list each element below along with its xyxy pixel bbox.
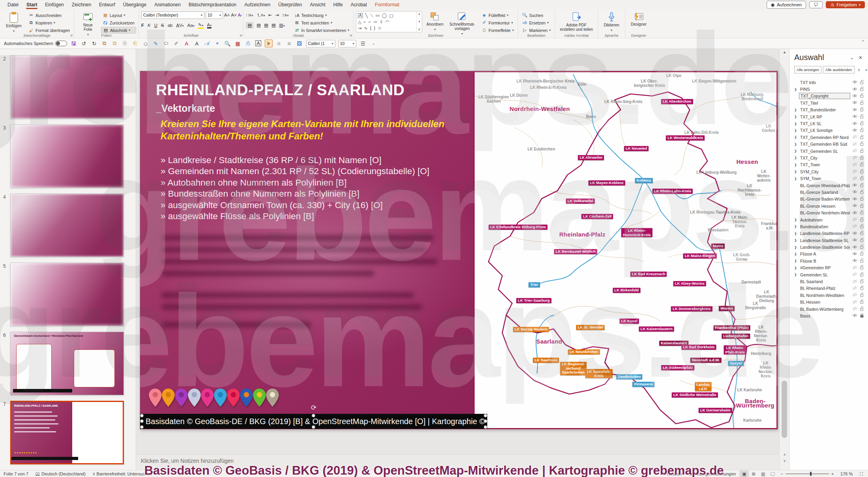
- search-icon[interactable]: 🔍: [224, 39, 232, 47]
- ungroup-icon[interactable]: ⧇: [285, 39, 293, 47]
- save-icon[interactable]: 🖫: [70, 39, 78, 47]
- adobe-pdf-button[interactable]: Adobe PDF erstellen und teilen: [557, 11, 595, 32]
- selection-handle-1[interactable]: [140, 414, 144, 417]
- visibility-icon[interactable]: [852, 94, 857, 99]
- unlock-icon[interactable]: [860, 258, 864, 264]
- unlock-icon[interactable]: [860, 285, 864, 291]
- font-name-combo[interactable]: Calibri (Textkörper)▾: [141, 11, 204, 19]
- slide-title[interactable]: RHEINLAND-PFALZ / SAARLAND: [156, 81, 404, 99]
- unlock-icon[interactable]: [860, 265, 864, 270]
- menu-tab-acrobat[interactable]: Acrobat: [347, 0, 370, 9]
- copy-format-icon[interactable]: ⧉: [101, 39, 108, 47]
- record-button[interactable]: ◉Aufzeichnen: [767, 1, 806, 9]
- smartart-button[interactable]: ⇄In SmartArt konvertieren▾: [293, 27, 351, 34]
- selection-handle-6[interactable]: [140, 425, 144, 429]
- selection-handle-5[interactable]: [484, 419, 487, 423]
- layout-button[interactable]: ▦Layout▾: [101, 12, 136, 19]
- visibility-icon[interactable]: [852, 183, 857, 188]
- unlock-icon[interactable]: [860, 100, 864, 106]
- visibility-icon[interactable]: [852, 114, 857, 119]
- qat-overflow-button[interactable]: ⌄: [370, 39, 378, 47]
- unlock-icon[interactable]: [860, 162, 864, 167]
- menu-tab-formformat[interactable]: Formformat: [371, 0, 403, 9]
- font-color-icon[interactable]: A: [183, 39, 191, 47]
- expand-chevron-icon[interactable]: ❯: [794, 143, 799, 146]
- visibility-off-icon[interactable]: [852, 162, 857, 167]
- zoom-level[interactable]: 176 %: [837, 471, 856, 476]
- slide-thumbnail-2[interactable]: [10, 55, 124, 119]
- unlock-icon[interactable]: [860, 238, 864, 243]
- unlock-icon[interactable]: [860, 244, 864, 250]
- unlock-icon[interactable]: [860, 272, 864, 278]
- pane-item-bl-baden-w-rttemberg[interactable]: BL Baden-Württemberg: [794, 306, 865, 312]
- move-down-button[interactable]: ∨: [863, 67, 868, 73]
- visibility-icon[interactable]: [852, 245, 857, 250]
- selection-handle-2[interactable]: [312, 414, 315, 417]
- selection-handle-4[interactable]: [140, 419, 144, 423]
- align-center-button[interactable]: ▤: [256, 23, 261, 28]
- pane-item-landkreise-stadtkreise-rp[interactable]: ❯Landkreise-Stadtkreise RP: [794, 230, 865, 237]
- zoom-slider[interactable]: − +: [777, 471, 837, 476]
- visibility-icon[interactable]: [852, 231, 857, 236]
- expand-chevron-icon[interactable]: ❯: [794, 273, 799, 276]
- shape-fill-button[interactable]: ◈Fülleffekt▾: [480, 12, 515, 19]
- unlock-icon[interactable]: [860, 107, 864, 113]
- pane-item-txt-copyright[interactable]: TXT_Copyright: [794, 93, 865, 100]
- comments-button[interactable]: 🗩: [809, 1, 823, 8]
- expand-chevron-icon[interactable]: ❯: [794, 225, 799, 228]
- slide-7[interactable]: RHEINLAND-PFALZ / SAARLAND _Vektorkarte …: [140, 71, 778, 429]
- slide-thumbnail-6[interactable]: Übersichtskarte Deutschland + Rheinland-…: [10, 332, 124, 395]
- expand-chevron-icon[interactable]: ❯: [794, 115, 799, 118]
- shape-glyph-2-4[interactable]: ☆: [378, 25, 382, 31]
- visibility-icon[interactable]: [852, 210, 857, 216]
- pane-item-txt-titel[interactable]: TXT_Titel: [794, 100, 865, 106]
- rotate-handle[interactable]: ⟳: [311, 404, 316, 412]
- pane-item-txt-gemeinden-rb-s-d[interactable]: ❯TXT_Gemeinden RB Süd: [794, 141, 865, 148]
- unlock-icon[interactable]: [860, 135, 864, 140]
- shape-outline-button[interactable]: ✐Formkontur▾: [480, 19, 515, 26]
- increase-indent-button[interactable]: ⇥: [275, 12, 279, 18]
- expand-chevron-icon[interactable]: ❯: [794, 156, 799, 160]
- unlock-icon[interactable]: [860, 293, 864, 298]
- map-pin-6[interactable]: [214, 389, 227, 408]
- table-icon[interactable]: ▦: [234, 39, 242, 47]
- menu-tab-start[interactable]: Start: [23, 0, 41, 9]
- shape-icon[interactable]: ⬭: [162, 39, 170, 47]
- unlock-icon[interactable]: [860, 196, 864, 202]
- pane-item-basis[interactable]: Basis: [794, 312, 865, 319]
- undo-icon[interactable]: ↺: [80, 39, 88, 47]
- collapse-ribbon-button[interactable]: ⌃: [861, 39, 865, 45]
- menu-tab-bildschirmpr-sentation[interactable]: Bildschirmpräsentation: [185, 0, 240, 9]
- pane-item-gemeinden-sl[interactable]: ❯Gemeinden SL: [794, 271, 865, 278]
- expand-chevron-icon[interactable]: ❯: [794, 232, 799, 235]
- pane-item-bl-grenze-nordrhein-westfalen[interactable]: BL-Grenze Nordrhein-Westfalen: [794, 209, 865, 216]
- expand-chevron-icon[interactable]: ❯: [794, 170, 799, 173]
- slide-subtitle[interactable]: _Vektorkarte: [156, 103, 215, 114]
- line-spacing-button[interactable]: ↕≡▾: [282, 13, 288, 17]
- shape-glyph-1-0[interactable]: △: [358, 19, 361, 24]
- textbox-icon[interactable]: 🄰: [254, 39, 262, 47]
- slide-thumbnail-7[interactable]: RHEINLAND-PFALZ / SAARLAND●●●●●●●●●●: [10, 401, 124, 464]
- paste-special-icon[interactable]: ⎗: [131, 39, 139, 47]
- autosave-toggle[interactable]: Automatisches Speichern: [4, 41, 67, 46]
- fit-to-window-icon[interactable]: ⛶: [856, 471, 866, 477]
- unlock-icon[interactable]: [860, 224, 864, 229]
- unlock-icon[interactable]: [860, 210, 864, 216]
- shape-glyph-0-3[interactable]: ▭: [376, 13, 380, 18]
- dictate-button[interactable]: Diktieren▾: [600, 11, 623, 32]
- pane-item-bundesstra-en[interactable]: ❯Bundesstraßen: [794, 223, 865, 230]
- pane-item-bl-hessen[interactable]: BL Hessen: [794, 299, 865, 306]
- expand-chevron-icon[interactable]: ❯: [794, 149, 799, 153]
- visibility-off-icon[interactable]: [852, 169, 857, 174]
- expand-chevron-icon[interactable]: ❯: [794, 122, 799, 126]
- menu-tab-zeichnen[interactable]: Zeichnen: [68, 0, 95, 9]
- menu-tab-hilfe[interactable]: Hilfe: [330, 0, 346, 9]
- language-selector[interactable]: 🕮Deutsch (Deutschland): [32, 471, 89, 476]
- numbering-button[interactable]: ⒈≡▾: [256, 12, 265, 18]
- format-painter-button[interactable]: 🖌Format übertragen: [27, 27, 71, 34]
- menu-tab-entwurf[interactable]: Entwurf: [95, 0, 119, 9]
- expand-chevron-icon[interactable]: ❯: [794, 266, 799, 270]
- map-pin-10[interactable]: [266, 389, 279, 408]
- shape-glyph-0-1[interactable]: ╲: [365, 13, 368, 18]
- align-left-button[interactable]: ▤: [246, 22, 253, 28]
